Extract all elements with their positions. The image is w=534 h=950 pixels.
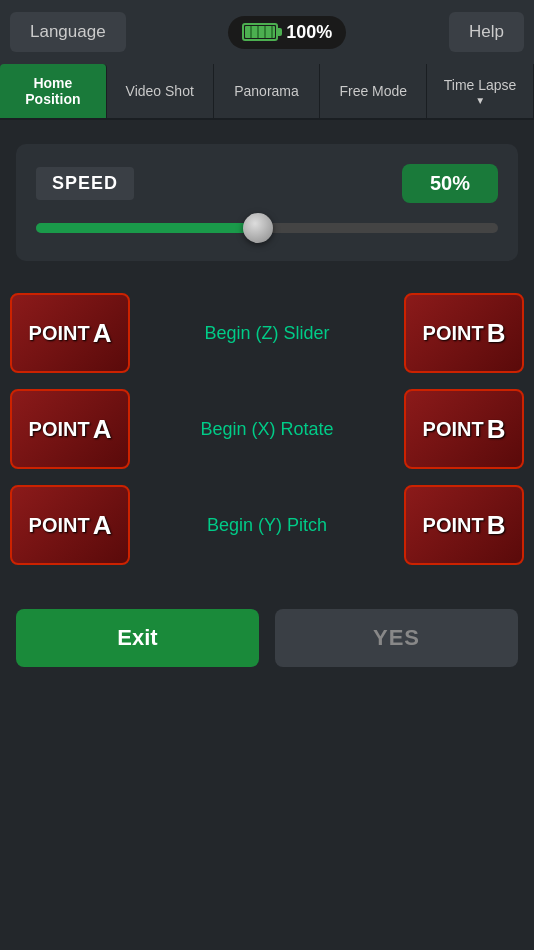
point-row-z-slider: POINTA Begin (Z) Slider POINTB xyxy=(10,293,524,373)
top-bar: Language 100% Help xyxy=(0,0,534,64)
battery-percent: 100% xyxy=(286,22,332,43)
help-button[interactable]: Help xyxy=(449,12,524,52)
x-rotate-label: Begin (X) Rotate xyxy=(130,419,404,440)
exit-button[interactable]: Exit xyxy=(16,609,259,667)
tab-free-mode-label: Free Mode xyxy=(339,83,407,99)
battery-icon xyxy=(242,23,278,41)
tab-video-shot-label: Video Shot xyxy=(126,83,194,99)
language-button[interactable]: Language xyxy=(10,12,126,52)
point-a-x-rotate-button[interactable]: POINTA xyxy=(10,389,130,469)
speed-header: SPEED 50% xyxy=(36,164,498,203)
speed-section: SPEED 50% xyxy=(16,144,518,261)
speed-slider-track[interactable] xyxy=(36,223,498,233)
chevron-down-icon: ▼ xyxy=(475,95,485,106)
z-slider-label: Begin (Z) Slider xyxy=(130,323,404,344)
battery-indicator: 100% xyxy=(228,16,346,49)
point-b-y-pitch-button[interactable]: POINTB xyxy=(404,485,524,565)
point-a-z-slider-button[interactable]: POINTA xyxy=(10,293,130,373)
speed-slider-thumb[interactable] xyxy=(243,213,273,243)
tab-time-lapse[interactable]: Time Lapse ▼ xyxy=(427,64,534,118)
point-row-y-pitch: POINTA Begin (Y) Pitch POINTB xyxy=(10,485,524,565)
tab-video-shot[interactable]: Video Shot xyxy=(107,64,214,118)
speed-slider-fill xyxy=(36,223,258,233)
yes-button[interactable]: YES xyxy=(275,609,518,667)
y-pitch-label: Begin (Y) Pitch xyxy=(130,515,404,536)
point-b-z-slider-button[interactable]: POINTB xyxy=(404,293,524,373)
speed-label: SPEED xyxy=(36,167,134,200)
tab-bar: HomePosition Video Shot Panorama Free Mo… xyxy=(0,64,534,120)
point-b-x-rotate-button[interactable]: POINTB xyxy=(404,389,524,469)
point-row-x-rotate: POINTA Begin (X) Rotate POINTB xyxy=(10,389,524,469)
tab-home-position-label: HomePosition xyxy=(25,75,80,107)
point-a-y-pitch-button[interactable]: POINTA xyxy=(10,485,130,565)
speed-value: 50% xyxy=(402,164,498,203)
tab-time-lapse-label: Time Lapse xyxy=(444,77,517,93)
points-section: POINTA Begin (Z) Slider POINTB POINTA Be… xyxy=(10,293,524,565)
tab-home-position[interactable]: HomePosition xyxy=(0,64,107,118)
battery-fill xyxy=(245,26,275,38)
tab-free-mode[interactable]: Free Mode xyxy=(320,64,427,118)
bottom-buttons: Exit YES xyxy=(16,609,518,667)
tab-panorama-label: Panorama xyxy=(234,83,299,99)
tab-panorama[interactable]: Panorama xyxy=(214,64,321,118)
